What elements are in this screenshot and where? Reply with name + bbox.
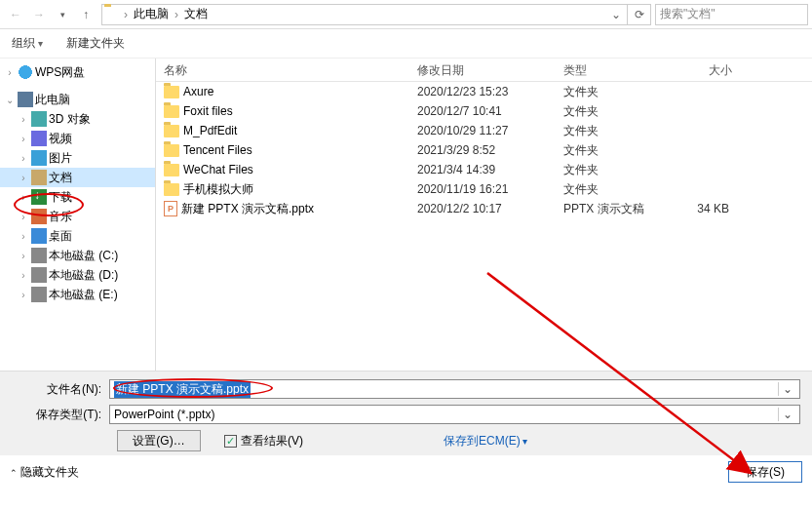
file-type: 文件夹 [556,84,663,100]
file-row[interactable]: Axure2020/12/23 15:23文件夹 [156,82,812,101]
sidebar-item-desktop[interactable]: ›桌面 [0,226,155,246]
sidebar-item-disk-c[interactable]: ›本地磁盘 (C:) [0,246,155,265]
column-headers: 名称 修改日期 类型 大小 [156,59,812,82]
filename-input[interactable]: 新建 PPTX 演示文稿.pptx ⌄ [109,379,800,399]
sidebar-item-disk-d[interactable]: ›本地磁盘 (D:) [0,265,155,285]
picture-icon [31,150,47,166]
file-date: 2020/12/7 10:41 [409,104,556,118]
file-row[interactable]: Foxit files2020/12/7 10:41文件夹 [156,101,812,121]
back-button[interactable]: ← [4,3,27,26]
document-icon [31,170,47,185]
file-row[interactable]: 手机模拟大师2020/11/19 16:21文件夹 [156,179,812,199]
file-type: 文件夹 [556,123,663,139]
sidebar-item-video[interactable]: ›视频 [0,129,155,148]
filetype-value: PowerPoint (*.pptx) [114,408,214,421]
address-dropdown[interactable]: ⌄ [607,8,625,21]
file-date: 2020/12/23 15:23 [409,85,556,98]
desktop-icon [31,228,47,244]
address-field[interactable]: › 此电脑 › 文档 ⌄ [101,4,628,25]
filename-row: 文件名(N): 新建 PPTX 演示文稿.pptx ⌄ [12,379,800,399]
sidebar-item-3d[interactable]: ›3D 对象 [0,109,155,129]
sidebar-label: 音乐 [49,209,72,225]
save-button[interactable]: 保存(S) [728,461,802,483]
file-row[interactable]: WeChat Files2021/3/4 14:39文件夹 [156,160,812,179]
organize-menu[interactable]: 组织 [12,35,43,52]
toolbar: 组织 新建文件夹 [0,29,812,59]
checkbox-icon: ✓ [224,435,237,448]
pptx-icon [164,201,177,216]
wps-icon [18,64,33,80]
file-date: 2020/11/19 16:21 [409,182,556,196]
file-name: 手机模拟大师 [183,181,253,198]
file-row[interactable]: 新建 PPTX 演示文稿.pptx2020/12/2 10:17PPTX 演示文… [156,199,812,218]
search-placeholder: 搜索"文档" [660,6,715,22]
sidebar-label: 下载 [49,189,72,206]
disk-icon [31,287,47,302]
view-result-checkbox[interactable]: ✓ 查看结果(V) [224,433,303,449]
sidebar-item-downloads[interactable]: ›下载 [0,187,155,207]
recent-dropdown[interactable]: ▾ [51,3,74,26]
up-button[interactable]: ↑ [74,3,97,26]
file-type: 文件夹 [556,162,663,178]
file-type: PPTX 演示文稿 [556,201,663,217]
file-row[interactable]: M_PdfEdit2020/10/29 11:27文件夹 [156,121,812,140]
collapse-icon[interactable]: ⌄ [4,95,16,105]
sidebar-item-documents[interactable]: ›文档 [0,168,155,187]
save-ecm-link[interactable]: 保存到ECM(E) [444,433,527,449]
file-type: 文件夹 [556,181,663,198]
col-size[interactable]: 大小 [663,59,741,81]
chevron-right-icon[interactable]: › [173,8,180,21]
forward-button[interactable]: → [27,3,51,26]
file-type: 文件夹 [556,103,663,120]
expand-icon[interactable]: › [4,67,16,78]
settings-button[interactable]: 设置(G)… [117,430,201,451]
folder-icon [164,125,179,137]
filetype-row: 保存类型(T): PowerPoint (*.pptx) ⌄ [12,405,800,424]
sidebar-label: 桌面 [49,228,72,245]
filename-label: 文件名(N): [12,381,109,398]
col-type[interactable]: 类型 [556,59,663,81]
file-name: Tencent Files [183,143,252,157]
hide-folders-link[interactable]: ⌃ 隐藏文件夹 [10,464,79,481]
music-icon [31,209,47,224]
sidebar-label: WPS网盘 [35,64,85,81]
filetype-select[interactable]: PowerPoint (*.pptx) ⌄ [109,405,800,424]
file-name: M_PdfEdit [183,124,237,137]
crumb-root[interactable]: 此电脑 [130,6,173,22]
filetype-label: 保存类型(T): [12,407,109,423]
search-input[interactable]: 搜索"文档" [655,4,808,25]
dropdown-icon[interactable]: ⌄ [778,408,795,421]
sidebar-item-wps[interactable]: › WPS网盘 [0,62,155,82]
file-name: 新建 PPTX 演示文稿.pptx [181,201,314,217]
file-name: WeChat Files [183,163,253,176]
sidebar-label: 此电脑 [35,92,70,108]
folder-icon [104,7,120,22]
col-date[interactable]: 修改日期 [409,59,556,81]
sidebar-item-pc[interactable]: ⌄ 此电脑 [0,90,155,109]
main-body: › WPS网盘 ⌄ 此电脑 ›3D 对象 ›视频 ›图片 ›文档 ›下载 ›音乐… [0,59,812,371]
file-date: 2020/10/29 11:27 [409,124,556,137]
file-date: 2021/3/29 8:52 [409,143,556,157]
options-row: 设置(G)… ✓ 查看结果(V) 保存到ECM(E) [12,430,800,451]
sidebar-label: 视频 [49,131,72,147]
download-icon [31,189,47,205]
save-panel: 文件名(N): 新建 PPTX 演示文稿.pptx ⌄ 保存类型(T): Pow… [0,371,812,455]
file-row[interactable]: Tencent Files2021/3/29 8:52文件夹 [156,140,812,160]
file-date: 2021/3/4 14:39 [409,163,556,176]
file-name: Axure [183,85,213,98]
sidebar-item-music[interactable]: ›音乐 [0,207,155,226]
sidebar-item-pictures[interactable]: ›图片 [0,148,155,168]
col-name[interactable]: 名称 [156,59,409,81]
folder-icon [164,164,179,176]
crumb-current[interactable]: 文档 [180,6,212,22]
refresh-button[interactable]: ⟳ [628,4,651,25]
dropdown-icon[interactable]: ⌄ [778,382,795,396]
file-name: Foxit files [183,104,233,118]
folder-icon [164,105,179,118]
folder-icon [164,183,179,196]
3d-icon [31,111,47,127]
chevron-right-icon[interactable]: › [122,8,130,21]
new-folder-button[interactable]: 新建文件夹 [66,35,125,52]
sidebar-item-disk-e[interactable]: ›本地磁盘 (E:) [0,285,155,304]
folder-icon [164,144,179,157]
